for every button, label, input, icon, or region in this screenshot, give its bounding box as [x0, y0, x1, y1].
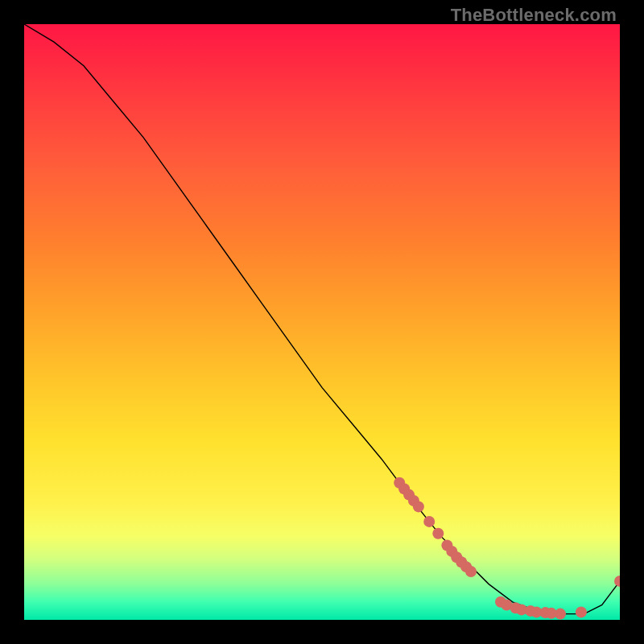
bottleneck-curve	[24, 24, 620, 614]
highlight-dot	[413, 501, 424, 512]
highlight-dot	[465, 566, 477, 577]
chart-overlay-svg	[24, 24, 620, 620]
highlight-dot	[576, 606, 587, 617]
highlight-dot	[423, 516, 435, 527]
highlight-dot	[432, 528, 444, 539]
highlight-dot	[614, 576, 620, 587]
highlight-dot	[555, 609, 566, 620]
chart-area	[24, 24, 620, 620]
watermark-text: TheBottleneck.com	[451, 5, 617, 26]
